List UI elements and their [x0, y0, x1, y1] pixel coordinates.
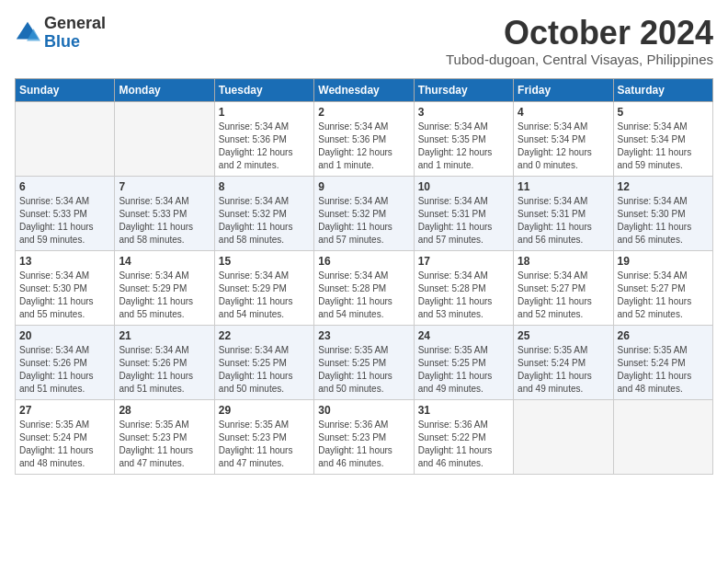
day-info: Sunrise: 5:34 AM Sunset: 5:32 PM Dayligh… — [318, 195, 409, 247]
calendar-cell: 23Sunrise: 5:35 AM Sunset: 5:25 PM Dayli… — [314, 325, 414, 399]
day-number: 7 — [119, 180, 210, 193]
logo-blue-text: Blue — [44, 32, 80, 51]
day-number: 4 — [518, 106, 609, 119]
calendar-cell: 31Sunrise: 5:36 AM Sunset: 5:22 PM Dayli… — [414, 399, 513, 474]
day-number: 14 — [119, 255, 210, 268]
day-number: 23 — [318, 329, 409, 342]
calendar-cell — [16, 101, 115, 176]
day-number: 17 — [418, 255, 509, 268]
calendar-table: SundayMondayTuesdayWednesdayThursdayFrid… — [15, 78, 713, 475]
calendar-cell: 9Sunrise: 5:34 AM Sunset: 5:32 PM Daylig… — [314, 176, 414, 250]
day-number: 20 — [19, 329, 110, 342]
day-header: Tuesday — [214, 78, 313, 101]
day-number: 18 — [518, 255, 609, 268]
logo: General Blue — [15, 15, 106, 52]
calendar-cell: 21Sunrise: 5:34 AM Sunset: 5:26 PM Dayli… — [115, 325, 214, 399]
day-info: Sunrise: 5:34 AM Sunset: 5:28 PM Dayligh… — [318, 270, 409, 321]
calendar-cell: 14Sunrise: 5:34 AM Sunset: 5:29 PM Dayli… — [115, 250, 214, 325]
calendar-cell: 4Sunrise: 5:34 AM Sunset: 5:34 PM Daylig… — [514, 101, 613, 176]
day-number: 29 — [219, 404, 310, 417]
calendar-cell: 25Sunrise: 5:35 AM Sunset: 5:24 PM Dayli… — [514, 325, 613, 399]
day-info: Sunrise: 5:35 AM Sunset: 5:24 PM Dayligh… — [19, 419, 110, 470]
day-info: Sunrise: 5:34 AM Sunset: 5:30 PM Dayligh… — [618, 195, 709, 247]
day-header: Thursday — [414, 78, 513, 101]
day-number: 21 — [119, 329, 210, 342]
day-info: Sunrise: 5:34 AM Sunset: 5:26 PM Dayligh… — [119, 344, 210, 396]
day-number: 15 — [219, 255, 310, 268]
calendar-cell: 26Sunrise: 5:35 AM Sunset: 5:24 PM Dayli… — [613, 325, 712, 399]
day-info: Sunrise: 5:34 AM Sunset: 5:31 PM Dayligh… — [418, 195, 509, 247]
calendar-header-row: SundayMondayTuesdayWednesdayThursdayFrid… — [16, 78, 713, 101]
calendar-cell — [514, 399, 613, 474]
calendar-cell: 17Sunrise: 5:34 AM Sunset: 5:28 PM Dayli… — [414, 250, 513, 325]
calendar-cell: 8Sunrise: 5:34 AM Sunset: 5:32 PM Daylig… — [214, 176, 313, 250]
day-header: Monday — [115, 78, 214, 101]
calendar-cell: 5Sunrise: 5:34 AM Sunset: 5:34 PM Daylig… — [613, 101, 712, 176]
day-number: 28 — [119, 404, 210, 417]
day-number: 12 — [618, 180, 709, 193]
calendar-cell: 28Sunrise: 5:35 AM Sunset: 5:23 PM Dayli… — [115, 399, 214, 474]
calendar-cell: 13Sunrise: 5:34 AM Sunset: 5:30 PM Dayli… — [16, 250, 115, 325]
day-number: 31 — [418, 404, 509, 417]
calendar-week-row: 13Sunrise: 5:34 AM Sunset: 5:30 PM Dayli… — [16, 250, 713, 325]
calendar-cell — [115, 101, 214, 176]
calendar-cell: 3Sunrise: 5:34 AM Sunset: 5:35 PM Daylig… — [414, 101, 513, 176]
calendar-cell: 2Sunrise: 5:34 AM Sunset: 5:36 PM Daylig… — [314, 101, 414, 176]
day-number: 8 — [219, 180, 310, 193]
calendar-cell: 10Sunrise: 5:34 AM Sunset: 5:31 PM Dayli… — [414, 176, 513, 250]
day-number: 3 — [418, 106, 509, 119]
day-info: Sunrise: 5:34 AM Sunset: 5:34 PM Dayligh… — [618, 121, 709, 172]
calendar-week-row: 20Sunrise: 5:34 AM Sunset: 5:26 PM Dayli… — [16, 325, 713, 399]
day-number: 9 — [318, 180, 409, 193]
calendar-cell: 1Sunrise: 5:34 AM Sunset: 5:36 PM Daylig… — [214, 101, 313, 176]
day-info: Sunrise: 5:35 AM Sunset: 5:25 PM Dayligh… — [418, 344, 509, 396]
day-header: Wednesday — [314, 78, 414, 101]
day-info: Sunrise: 5:34 AM Sunset: 5:29 PM Dayligh… — [119, 270, 210, 321]
day-info: Sunrise: 5:34 AM Sunset: 5:36 PM Dayligh… — [219, 121, 310, 172]
day-info: Sunrise: 5:34 AM Sunset: 5:27 PM Dayligh… — [518, 270, 609, 321]
day-header: Sunday — [16, 78, 115, 101]
day-info: Sunrise: 5:34 AM Sunset: 5:31 PM Dayligh… — [518, 195, 609, 247]
calendar-cell: 7Sunrise: 5:34 AM Sunset: 5:33 PM Daylig… — [115, 176, 214, 250]
day-info: Sunrise: 5:36 AM Sunset: 5:23 PM Dayligh… — [318, 419, 409, 470]
day-number: 1 — [219, 106, 310, 119]
day-info: Sunrise: 5:34 AM Sunset: 5:35 PM Dayligh… — [418, 121, 509, 172]
calendar-cell — [613, 399, 712, 474]
calendar-cell: 20Sunrise: 5:34 AM Sunset: 5:26 PM Dayli… — [16, 325, 115, 399]
calendar-cell: 29Sunrise: 5:35 AM Sunset: 5:23 PM Dayli… — [214, 399, 313, 474]
day-info: Sunrise: 5:34 AM Sunset: 5:26 PM Dayligh… — [19, 344, 110, 396]
day-number: 11 — [518, 180, 609, 193]
day-info: Sunrise: 5:36 AM Sunset: 5:22 PM Dayligh… — [418, 419, 509, 470]
day-number: 2 — [318, 106, 409, 119]
day-number: 13 — [19, 255, 110, 268]
logo-icon — [15, 20, 40, 46]
calendar-week-row: 6Sunrise: 5:34 AM Sunset: 5:33 PM Daylig… — [16, 176, 713, 250]
calendar-cell: 16Sunrise: 5:34 AM Sunset: 5:28 PM Dayli… — [314, 250, 414, 325]
calendar-cell: 11Sunrise: 5:34 AM Sunset: 5:31 PM Dayli… — [514, 176, 613, 250]
day-number: 16 — [318, 255, 409, 268]
day-info: Sunrise: 5:34 AM Sunset: 5:25 PM Dayligh… — [219, 344, 310, 396]
day-info: Sunrise: 5:34 AM Sunset: 5:28 PM Dayligh… — [418, 270, 509, 321]
day-info: Sunrise: 5:35 AM Sunset: 5:23 PM Dayligh… — [119, 419, 210, 470]
day-info: Sunrise: 5:34 AM Sunset: 5:33 PM Dayligh… — [19, 195, 110, 247]
day-info: Sunrise: 5:34 AM Sunset: 5:32 PM Dayligh… — [219, 195, 310, 247]
day-number: 6 — [19, 180, 110, 193]
calendar-cell: 27Sunrise: 5:35 AM Sunset: 5:24 PM Dayli… — [16, 399, 115, 474]
day-info: Sunrise: 5:35 AM Sunset: 5:24 PM Dayligh… — [518, 344, 609, 396]
location-title: Tubod-dugoan, Central Visayas, Philippin… — [446, 52, 713, 67]
day-info: Sunrise: 5:34 AM Sunset: 5:36 PM Dayligh… — [318, 121, 409, 172]
calendar-cell: 15Sunrise: 5:34 AM Sunset: 5:29 PM Dayli… — [214, 250, 313, 325]
day-number: 22 — [219, 329, 310, 342]
day-info: Sunrise: 5:34 AM Sunset: 5:34 PM Dayligh… — [518, 121, 609, 172]
calendar-cell: 12Sunrise: 5:34 AM Sunset: 5:30 PM Dayli… — [613, 176, 712, 250]
logo-general-text: General — [44, 14, 106, 32]
day-info: Sunrise: 5:35 AM Sunset: 5:24 PM Dayligh… — [618, 344, 709, 396]
day-number: 30 — [318, 404, 409, 417]
day-number: 24 — [418, 329, 509, 342]
calendar-cell: 19Sunrise: 5:34 AM Sunset: 5:27 PM Dayli… — [613, 250, 712, 325]
calendar-cell: 30Sunrise: 5:36 AM Sunset: 5:23 PM Dayli… — [314, 399, 414, 474]
calendar-cell: 6Sunrise: 5:34 AM Sunset: 5:33 PM Daylig… — [16, 176, 115, 250]
day-number: 25 — [518, 329, 609, 342]
month-title: October 2024 — [446, 15, 713, 52]
day-number: 10 — [418, 180, 509, 193]
